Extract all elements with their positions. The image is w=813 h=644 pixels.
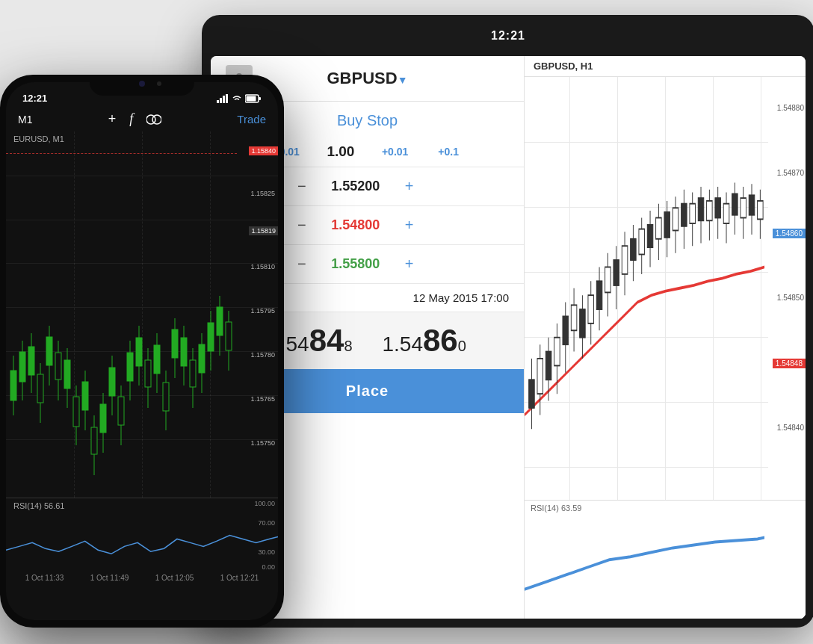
- trade-button[interactable]: Trade: [237, 113, 266, 126]
- tablet-chart-body: 1.54880 1.54870 1.54860 1.54850 1.54848 …: [525, 77, 806, 619]
- svg-rect-25: [622, 246, 628, 274]
- timeframe-label[interactable]: M1: [18, 114, 32, 126]
- svg-rect-55: [749, 195, 755, 214]
- svg-rect-13: [571, 305, 577, 330]
- tchart-price-red: 1.54848: [773, 359, 806, 368]
- tp-plus-button[interactable]: +: [393, 253, 426, 276]
- expiration-value: 12 May 2015 17:00: [413, 291, 509, 304]
- svg-rect-29: [639, 229, 645, 255]
- price-value: 1.55200: [318, 179, 393, 194]
- svg-rect-15: [580, 309, 586, 338]
- svg-rect-94: [127, 353, 133, 381]
- time-1: 1 Oct 11:33: [25, 574, 64, 582]
- phone-price-5: 1.15780: [250, 351, 275, 359]
- phone-price-highlight-green: 1.15819: [249, 226, 278, 235]
- phone-price-7: 1.15750: [250, 439, 275, 447]
- phone-price-3: 1.15810: [250, 263, 275, 270]
- svg-rect-106: [181, 338, 187, 366]
- volume-value: 1.00: [315, 143, 367, 160]
- svg-rect-116: [226, 322, 232, 350]
- svg-rect-102: [163, 383, 169, 411]
- svg-rect-88: [100, 404, 106, 433]
- svg-rect-63: [247, 96, 256, 101]
- svg-rect-100: [154, 345, 160, 374]
- svg-rect-3: [529, 380, 535, 408]
- svg-rect-35: [664, 212, 670, 238]
- vol-plus-01-button[interactable]: +0.01: [367, 143, 423, 161]
- take-profit-value: 1.55800: [318, 256, 393, 272]
- time-3: 1 Oct 12:05: [155, 574, 194, 582]
- svg-rect-68: [10, 371, 16, 400]
- svg-rect-5: [537, 359, 543, 394]
- svg-rect-31: [647, 225, 653, 247]
- svg-rect-86: [91, 427, 97, 454]
- svg-rect-74: [37, 374, 43, 403]
- svg-rect-108: [190, 360, 196, 387]
- svg-rect-57: [758, 201, 764, 220]
- phone-time-axis: 1 Oct 11:33 1 Oct 11:49 1 Oct 12:05 1 Oc…: [6, 572, 278, 583]
- phone-dot: [157, 81, 161, 86]
- svg-rect-61: [226, 94, 228, 103]
- svg-rect-98: [145, 360, 151, 387]
- phone-price-1: 1.15825: [250, 190, 275, 197]
- svg-rect-45: [707, 201, 713, 220]
- svg-rect-17: [588, 295, 594, 323]
- svg-rect-112: [208, 323, 214, 351]
- tchart-price-1: 1.54880: [777, 104, 804, 112]
- svg-rect-27: [631, 239, 637, 260]
- svg-rect-51: [732, 193, 738, 214]
- svg-rect-23: [613, 260, 619, 285]
- svg-rect-59: [220, 98, 222, 103]
- symbol-display[interactable]: GBPUSD▼: [327, 69, 408, 88]
- phone-price-highlight-red: 1.15840: [249, 146, 278, 155]
- tablet-rsi-panel: RSI(14) 63.59: [525, 500, 806, 619]
- sl-plus-button[interactable]: +: [393, 214, 426, 237]
- toolbar-center: + f: [108, 111, 162, 127]
- phone-rsi-svg: [6, 498, 278, 572]
- ask-main: 1.54: [383, 332, 424, 356]
- svg-rect-58: [217, 100, 219, 103]
- tablet-device: 12:21 GBPUSD▼ Buy Stop -0: [202, 15, 813, 628]
- overlay-icon[interactable]: [146, 113, 161, 126]
- svg-rect-39: [681, 204, 687, 226]
- chart-header: GBPUSD, H1: [525, 56, 806, 77]
- price-plus-button[interactable]: +: [393, 175, 426, 198]
- tablet-candlestick-chart: [525, 77, 764, 500]
- svg-rect-104: [172, 329, 178, 358]
- price-minus-button[interactable]: −: [285, 175, 318, 198]
- tp-minus-button[interactable]: −: [285, 253, 318, 276]
- svg-rect-9: [554, 338, 560, 366]
- svg-rect-110: [199, 344, 205, 373]
- svg-rect-49: [723, 204, 729, 223]
- phone-chart-area: EURUSD, M1: [6, 131, 278, 498]
- time-4: 1 Oct 12:21: [220, 574, 259, 582]
- phone-rsi-area: RSI(14) 56.61 100.00 70.00 30.00 0.00: [6, 498, 278, 572]
- ask-price-block: 1.54 86 0: [383, 323, 466, 359]
- svg-rect-7: [545, 352, 551, 380]
- sl-minus-button[interactable]: −: [285, 214, 318, 237]
- svg-rect-80: [64, 360, 70, 388]
- time-2: 1 Oct 11:49: [90, 574, 129, 582]
- phone-price-4: 1.15795: [250, 307, 275, 315]
- tchart-price-6: 1.54840: [777, 424, 804, 432]
- phone-time: 12:21: [22, 93, 47, 104]
- tchart-price-blue: 1.54860: [773, 229, 806, 238]
- svg-rect-21: [605, 267, 611, 292]
- svg-rect-92: [118, 397, 124, 425]
- svg-rect-96: [136, 338, 142, 366]
- chart-symbol-label: GBPUSD, H1: [534, 61, 593, 72]
- svg-rect-90: [109, 368, 115, 396]
- stop-loss-value: 1.54800: [318, 217, 393, 233]
- svg-rect-76: [46, 337, 52, 365]
- svg-rect-41: [690, 204, 696, 223]
- vol-plus-1-button[interactable]: +0.1: [423, 143, 474, 161]
- tablet-time: 12:21: [491, 29, 525, 43]
- phone-price-6: 1.15765: [250, 395, 275, 403]
- phone-toolbar: M1 + f Trade: [6, 107, 278, 131]
- add-icon[interactable]: +: [108, 111, 117, 127]
- battery-icon: [245, 94, 262, 103]
- tablet-status-bar: 12:21: [202, 15, 813, 56]
- func-icon[interactable]: f: [129, 111, 133, 127]
- svg-rect-53: [741, 198, 746, 217]
- svg-rect-82: [73, 397, 79, 427]
